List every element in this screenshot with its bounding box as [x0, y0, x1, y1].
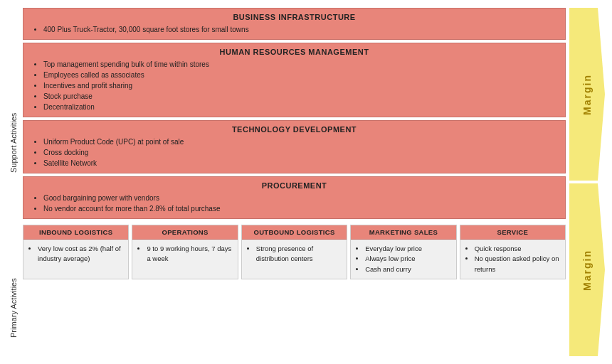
list-item: 9 to 9 working hours, 7 days a week	[147, 244, 233, 264]
value-chain-diagram: Support Activities Primary Activities BU…	[7, 8, 605, 356]
margin-bottom-label: Margin	[581, 250, 593, 291]
procurement-title: PROCUREMENT	[31, 181, 558, 190]
list-item: Good bargaining power with vendors	[43, 193, 558, 203]
outbound-logistics-content: Strong presence of distribution centers	[242, 240, 347, 279]
human-resources-block: HUMAN RESOURCES MANAGEMENT Top managemen…	[23, 43, 566, 117]
list-item: Always low price	[365, 254, 451, 264]
list-item: Uniform Product Code (UPC) at point of s…	[43, 136, 558, 147]
inbound-logistics-list: Very low cost as 2% (half of industry av…	[28, 244, 124, 264]
list-item: Very low cost as 2% (half of industry av…	[38, 244, 124, 264]
primary-section: INBOUND LOGISTICS Very low cost as 2% (h…	[23, 225, 566, 279]
list-item: Cross docking	[43, 147, 558, 158]
service-content: Quick response No question asked policy …	[460, 240, 565, 279]
list-item: Everyday low price	[365, 244, 451, 254]
operations-block: OPERATIONS 9 to 9 working hours, 7 days …	[132, 225, 238, 279]
list-item: Decentralization	[43, 102, 558, 112]
service-list: Quick response No question asked policy …	[465, 244, 561, 274]
business-infrastructure-block: BUSINESS INFRASTRUCTURE 400 Plus Truck-T…	[23, 8, 566, 40]
technology-development-list: Uniform Product Code (UPC) at point of s…	[31, 136, 558, 168]
technology-development-block: TECHNOLOGY DEVELOPMENT Uniform Product C…	[23, 120, 566, 173]
outbound-logistics-block: OUTBOUND LOGISTICS Strong presence of di…	[241, 225, 347, 279]
outbound-logistics-header: OUTBOUND LOGISTICS	[242, 225, 347, 240]
list-item: Satellite Network	[43, 158, 558, 168]
list-item: 400 Plus Truck-Tractor, 30,000 square fo…	[43, 24, 558, 35]
operations-header: OPERATIONS	[132, 225, 237, 240]
inbound-logistics-block: INBOUND LOGISTICS Very low cost as 2% (h…	[23, 225, 129, 279]
list-item: No vendor account for more than 2.8% of …	[43, 203, 558, 214]
operations-list: 9 to 9 working hours, 7 days a week	[137, 244, 233, 264]
margin-top-arrow: Margin	[569, 8, 605, 181]
marketing-sales-list: Everyday low price Always low price Cash…	[355, 244, 451, 274]
procurement-list: Good bargaining power with vendors No ve…	[31, 193, 558, 214]
list-item: Strong presence of distribution centers	[256, 244, 342, 264]
operations-content: 9 to 9 working hours, 7 days a week	[132, 240, 237, 279]
procurement-block: PROCUREMENT Good bargaining power with v…	[23, 176, 566, 219]
human-resources-list: Top management spending bulk of time wit…	[31, 59, 558, 112]
inbound-logistics-header: INBOUND LOGISTICS	[23, 225, 128, 240]
margin-container: Margin Margin	[569, 8, 605, 356]
support-activities-label: Support Activities	[7, 22, 20, 264]
list-item: Employees called as associates	[43, 70, 558, 80]
list-item: Stock purchase	[43, 91, 558, 102]
human-resources-title: HUMAN RESOURCES MANAGEMENT	[31, 48, 558, 56]
business-infrastructure-title: BUSINESS INFRASTRUCTURE	[31, 13, 558, 21]
primary-activities-label: Primary Activities	[7, 265, 20, 350]
marketing-sales-block: MARKETING SALES Everyday low price Alway…	[350, 225, 456, 279]
technology-development-title: TECHNOLOGY DEVELOPMENT	[31, 125, 558, 134]
main-content: BUSINESS INFRASTRUCTURE 400 Plus Truck-T…	[23, 8, 566, 356]
margin-top-label: Margin	[581, 74, 593, 115]
business-infrastructure-list: 400 Plus Truck-Tractor, 30,000 square fo…	[31, 24, 558, 35]
list-item: Quick response	[475, 244, 561, 254]
marketing-sales-content: Everyday low price Always low price Cash…	[351, 240, 455, 279]
outbound-logistics-list: Strong presence of distribution centers	[246, 244, 342, 264]
list-item: Top management spending bulk of time wit…	[43, 59, 558, 70]
support-section: BUSINESS INFRASTRUCTURE 400 Plus Truck-T…	[23, 8, 566, 219]
list-item: Incentives and profit sharing	[43, 80, 558, 91]
service-block: SERVICE Quick response No question asked…	[460, 225, 566, 279]
marketing-sales-header: MARKETING SALES	[351, 225, 455, 240]
service-header: SERVICE	[460, 225, 565, 240]
inbound-logistics-content: Very low cost as 2% (half of industry av…	[23, 240, 128, 279]
margin-bottom-arrow: Margin	[569, 183, 605, 356]
list-item: Cash and curry	[365, 264, 451, 274]
list-item: No question asked policy on returns	[475, 254, 561, 274]
